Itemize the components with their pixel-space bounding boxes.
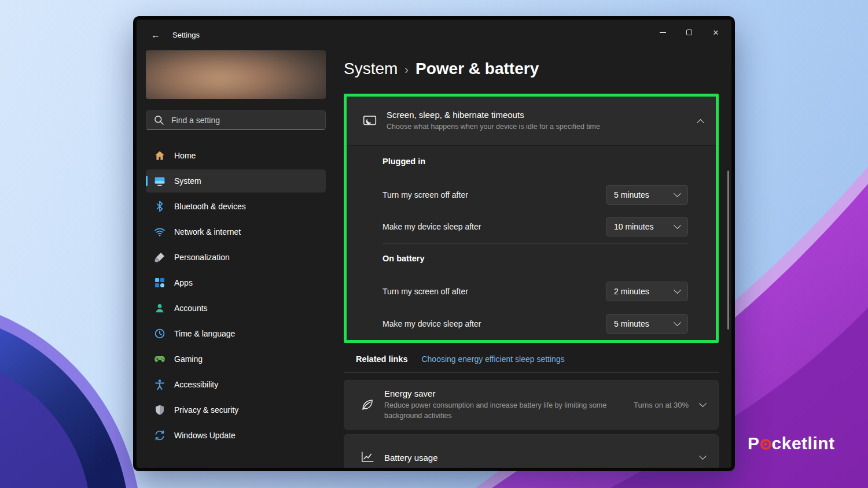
sleep-plugged-label: Make my device sleep after [382,222,481,231]
sidebar-item-personalization[interactable]: Personalization [146,246,326,269]
screen-off-plugged-dropdown[interactable]: 5 minutes [606,185,688,205]
apps-icon [154,277,165,289]
chevron-down-icon [674,286,681,294]
energy-saver-expander[interactable]: Energy saver Reduce power consumption an… [344,380,719,430]
sidebar-item-label: System [174,176,201,186]
sidebar-item-home[interactable]: Home [146,144,326,167]
search-input[interactable] [171,116,318,125]
energy-saver-subtitle: Reduce power consumption and increase ba… [384,401,616,421]
sidebar-item-time-language[interactable]: Time & language [146,322,326,345]
sidebar-item-label: Network & internet [174,227,241,236]
chevron-down-icon [674,221,681,229]
sleep-battery-dropdown[interactable]: 5 minutes [606,314,688,334]
accessibility-person-icon [154,379,165,390]
breadcrumb-system[interactable]: System [344,59,398,79]
energy-saver-title: Energy saver [384,389,634,398]
screen-off-plugged-label: Turn my screen off after [382,190,468,199]
screen-sleep-icon [362,113,377,128]
record-dot-icon [760,439,771,450]
on-battery-heading: On battery [382,254,688,267]
bluetooth-icon [154,201,165,212]
sidebar-item-label: Accounts [174,304,208,313]
search-icon [153,114,165,126]
sidebar-item-label: Home [174,151,196,160]
home-icon [154,150,165,161]
shield-icon [154,404,165,416]
timeouts-subtitle: Choose what happens when your device is … [387,122,698,132]
energy-efficient-sleep-link[interactable]: Choosing energy efficient sleep settings [421,354,564,364]
chevron-down-icon [699,452,707,460]
breadcrumb-current-page: Power & battery [415,59,539,79]
settings-window: ← Settings ✕ Home [133,16,735,471]
sidebar-item-bluetooth-devices[interactable]: Bluetooth & devices [146,195,326,218]
timeouts-expander-body: Plugged in Turn my screen off after 5 mi… [347,145,716,340]
paintbrush-icon [154,252,165,263]
related-links-row: Related links Choosing energy efficient … [344,346,719,372]
sidebar-item-label: Privacy & security [174,405,238,415]
update-arrows-icon [154,430,165,441]
dropdown-value: 5 minutes [614,190,649,199]
setting-row: Turn my screen off after 2 minutes [382,276,688,307]
dropdown-value: 5 minutes [614,319,649,328]
clock-icon [154,328,165,339]
chevron-down-icon [674,190,681,197]
sidebar-item-label: Bluetooth & devices [174,202,246,211]
search-box[interactable] [146,110,326,130]
chevron-down-icon [674,319,681,326]
sidebar-item-system[interactable]: System [146,169,326,193]
back-button[interactable]: ← [146,27,165,43]
timeouts-expander-header[interactable]: Screen, sleep, & hibernate timeouts Choo… [347,97,716,145]
battery-usage-title: Battery usage [384,453,700,463]
breadcrumb-separator-icon: › [404,58,409,79]
dropdown-value: 2 minutes [614,287,649,296]
blurred-avatar [146,50,326,99]
sleep-plugged-dropdown[interactable]: 10 minutes [606,217,688,236]
sidebar-nav: Home System Bluetooth & devices [146,144,326,449]
sidebar-item-label: Personalization [174,253,230,262]
sidebar-item-gaming[interactable]: Gaming [146,347,326,371]
battery-usage-expander[interactable]: Battery usage [344,434,719,471]
energy-saver-leaf-icon [360,397,375,412]
sidebar-item-label: Apps [174,278,193,287]
sidebar-item-accounts[interactable]: Accounts [146,297,326,320]
battery-usage-chart-icon [360,450,375,465]
pocketlint-watermark: Pcketlint [748,434,835,453]
chevron-up-icon [697,119,704,126]
sidebar-item-privacy-security[interactable]: Privacy & security [146,398,326,422]
sidebar-item-label: Windows Update [174,431,236,440]
sidebar-item-apps[interactable]: Apps [146,271,326,294]
game-controller-icon [154,353,165,365]
wifi-icon [154,226,165,238]
sidebar-item-network-internet[interactable]: Network & internet [146,220,326,243]
main-content: System › Power & battery Screen, sleep, … [344,20,719,468]
setting-row: Make my device sleep after 5 minutes [382,308,688,339]
setting-row: Turn my screen off after 5 minutes [382,179,688,210]
plugged-in-heading: Plugged in [382,157,688,169]
person-icon [154,302,165,314]
sidebar-item-accessibility[interactable]: Accessibility [146,373,326,396]
chevron-down-icon [699,400,707,407]
energy-saver-value: Turns on at 30% [634,401,689,409]
system-icon [154,175,165,187]
dropdown-value: 10 minutes [614,222,653,231]
watermark-text: cketlint [772,434,835,453]
sidebar-item-windows-update[interactable]: Windows Update [146,424,326,447]
scrollbar[interactable] [727,171,729,330]
sleep-battery-label: Make my device sleep after [382,319,481,328]
back-icon: ← [151,30,160,40]
sidebar-item-label: Accessibility [174,380,218,389]
sidebar-item-label: Gaming [174,354,203,364]
section-divider [382,243,688,244]
screen-off-battery-label: Turn my screen off after [382,287,468,296]
sidebar: Home System Bluetooth & devices [146,50,326,449]
screen-off-battery-dropdown[interactable]: 2 minutes [606,282,688,301]
highlight-box: Screen, sleep, & hibernate timeouts Choo… [344,94,719,343]
timeouts-title: Screen, sleep, & hibernate timeouts [387,110,698,120]
watermark-text: P [748,434,760,453]
window-title: Settings [172,31,200,39]
related-links-label: Related links [356,354,407,364]
user-account-banner[interactable] [146,50,326,99]
setting-row: Make my device sleep after 10 minutes [382,211,688,242]
sidebar-item-label: Time & language [174,329,235,338]
breadcrumb: System › Power & battery [344,58,719,79]
